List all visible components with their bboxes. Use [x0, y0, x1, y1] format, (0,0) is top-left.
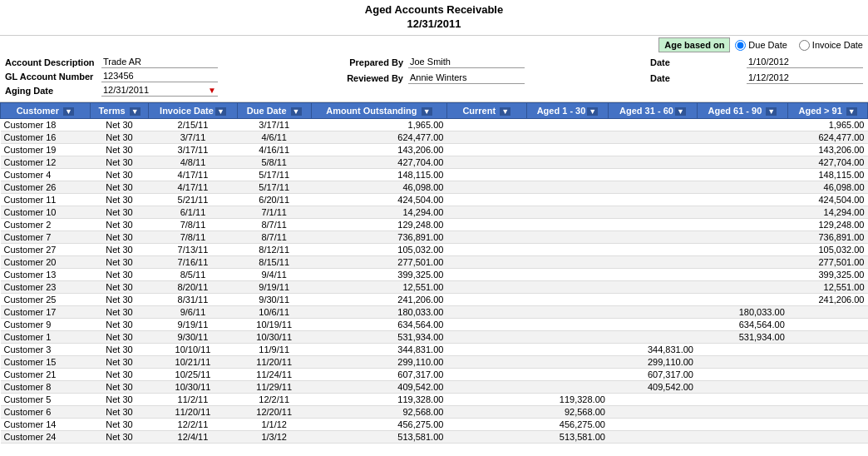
invoice-date-filter-icon[interactable]: ▼: [215, 107, 226, 116]
table-cell: Net 30: [90, 256, 149, 269]
terms-filter-icon[interactable]: ▼: [130, 107, 141, 116]
col-aged91[interactable]: Aged > 91 ▼: [788, 103, 868, 119]
table-cell: [526, 119, 609, 131]
table-cell: Net 30: [90, 344, 149, 356]
table-cell: 4/6/11: [237, 131, 311, 144]
table-row: Customer 27Net 307/13/118/12/11105,032.0…: [1, 244, 868, 256]
current-filter-icon[interactable]: ▼: [500, 107, 510, 116]
table-cell: 5/17/11: [237, 181, 311, 194]
table-cell: 399,325.00: [788, 269, 868, 281]
table-cell: [609, 331, 697, 344]
table-cell: [609, 131, 697, 144]
col-amount[interactable]: Amount Outstanding ▼: [311, 103, 446, 119]
table-cell: [609, 119, 697, 131]
meta-section: Account Description Trade AR GL Account …: [0, 54, 868, 102]
table-cell: 4/17/11: [149, 181, 237, 194]
aged31-filter-icon[interactable]: ▼: [675, 107, 686, 116]
amount-filter-icon[interactable]: ▼: [422, 107, 432, 116]
col-aged61[interactable]: Aged 61 - 90 ▼: [697, 103, 788, 119]
due-date-option[interactable]: Due Date: [735, 40, 787, 51]
prepared-by-value: Joe Smith: [408, 56, 525, 68]
table-cell: 92,568.00: [311, 406, 446, 419]
col-customer[interactable]: Customer ▼: [1, 103, 91, 119]
table-cell: [697, 131, 788, 144]
table-cell: 9/19/11: [237, 281, 311, 294]
table-cell: Customer 13: [1, 269, 91, 281]
table-cell: Net 30: [90, 219, 149, 231]
aging-date-row: Aging Date 12/31/2011 ▼: [5, 84, 303, 97]
table-cell: [697, 169, 788, 181]
table-cell: 2/15/11: [149, 119, 237, 131]
aging-date-value: 12/31/2011 ▼: [101, 84, 218, 97]
col-aged1[interactable]: Aged 1 - 30▼: [526, 103, 609, 119]
table-cell: [609, 306, 697, 319]
table-cell: Net 30: [90, 156, 149, 169]
table-cell: [697, 244, 788, 256]
report-header: Aged Accounts Receivable: [0, 0, 868, 17]
table-cell: Customer 4: [1, 169, 91, 181]
table-cell: [697, 181, 788, 194]
table-cell: 10/21/11: [149, 356, 237, 369]
table-cell: Customer 18: [1, 119, 91, 131]
table-cell: Net 30: [90, 194, 149, 206]
col-current[interactable]: Current ▼: [446, 103, 526, 119]
table-cell: 3/17/11: [149, 144, 237, 156]
table-cell: 148,115.00: [311, 169, 446, 181]
table-cell: 607,317.00: [609, 369, 697, 381]
table-cell: Net 30: [90, 419, 149, 431]
table-cell: [609, 219, 697, 231]
table-cell: [446, 119, 526, 131]
table-cell: [526, 156, 609, 169]
table-cell: [526, 356, 609, 369]
table-cell: Customer 12: [1, 156, 91, 169]
table-cell: 1/3/12: [237, 431, 311, 444]
table-cell: 456,275.00: [311, 419, 446, 431]
table-cell: [788, 306, 868, 319]
table-cell: Net 30: [90, 381, 149, 394]
table-cell: 3/17/11: [237, 119, 311, 131]
table-cell: 12/2/11: [149, 419, 237, 431]
table-row: Customer 25Net 308/31/119/30/11241,206.0…: [1, 294, 868, 306]
table-cell: 409,542.00: [609, 381, 697, 394]
col-invoice-date[interactable]: Invoice Date▼: [149, 103, 237, 119]
invoice-date-option[interactable]: Invoice Date: [799, 40, 863, 51]
table-cell: [697, 269, 788, 281]
table-cell: [788, 369, 868, 381]
table-cell: 634,564.00: [311, 319, 446, 331]
gl-account-row: GL Account Number 123456: [5, 70, 303, 82]
table-cell: [446, 419, 526, 431]
col-due-date[interactable]: Due Date ▼: [237, 103, 311, 119]
table-cell: Customer 16: [1, 131, 91, 144]
table-cell: 9/6/11: [149, 306, 237, 319]
table-cell: [446, 319, 526, 331]
table-cell: [697, 431, 788, 444]
table-cell: [526, 206, 609, 219]
table-cell: 277,501.00: [788, 256, 868, 269]
table-cell: Net 30: [90, 369, 149, 381]
table-cell: [526, 344, 609, 356]
col-terms[interactable]: Terms ▼: [90, 103, 149, 119]
table-cell: [609, 194, 697, 206]
aged61-filter-icon[interactable]: ▼: [766, 107, 777, 116]
aged91-filter-icon[interactable]: ▼: [846, 107, 857, 116]
table-cell: 299,110.00: [311, 356, 446, 369]
table-cell: [526, 169, 609, 181]
table-row: Customer 12Net 304/8/115/8/11427,704.004…: [1, 156, 868, 169]
table-cell: [526, 319, 609, 331]
table-cell: Customer 10: [1, 206, 91, 219]
due-date-filter-icon[interactable]: ▼: [291, 107, 302, 116]
table-cell: Net 30: [90, 231, 149, 244]
table-row: Customer 20Net 307/16/118/15/11277,501.0…: [1, 256, 868, 269]
account-description-row: Account Description Trade AR: [5, 56, 303, 68]
table-cell: [526, 181, 609, 194]
customer-filter-icon[interactable]: ▼: [63, 107, 74, 116]
gl-account-label: GL Account Number: [5, 72, 96, 82]
table-cell: 10/30/11: [237, 331, 311, 344]
table-cell: 5/17/11: [237, 169, 311, 181]
col-aged31[interactable]: Aged 31 - 60▼: [609, 103, 697, 119]
prepared-by-label: Prepared By: [337, 57, 403, 67]
table-cell: 11/29/11: [237, 381, 311, 394]
table-row: Customer 16Net 303/7/114/6/11624,477.006…: [1, 131, 868, 144]
aged1-filter-icon[interactable]: ▼: [587, 107, 598, 116]
table-cell: 7/16/11: [149, 256, 237, 269]
